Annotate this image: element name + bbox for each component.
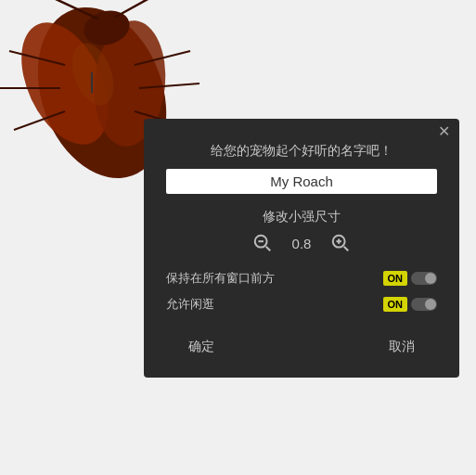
size-control: 0.8 xyxy=(166,233,437,253)
allow-wander-toggle[interactable]: ON xyxy=(383,297,438,312)
svg-line-15 xyxy=(266,247,271,251)
allow-wander-state: ON xyxy=(383,297,408,312)
dialog-footer: 确定 取消 xyxy=(144,322,459,359)
settings-dialog: ✕ 给您的宠物起个好听的名字吧！ 修改小强尺寸 0.8 xyxy=(144,119,459,378)
dialog-body: 给您的宠物起个好听的名字吧！ 修改小强尺寸 0.8 xyxy=(144,143,459,313)
always-on-top-track xyxy=(411,272,437,285)
name-input[interactable] xyxy=(166,169,437,194)
cancel-button[interactable]: 取消 xyxy=(381,335,422,359)
confirm-button[interactable]: 确定 xyxy=(181,335,222,359)
always-on-top-toggle[interactable]: ON xyxy=(383,271,438,286)
size-value: 0.8 xyxy=(288,236,315,251)
dialog-titlebar: ✕ xyxy=(144,119,459,143)
always-on-top-state: ON xyxy=(383,271,408,286)
always-on-top-thumb xyxy=(425,273,436,284)
always-on-top-label: 保持在所有窗口前方 xyxy=(166,270,275,287)
prompt-text: 给您的宠物起个好听的名字吧！ xyxy=(166,143,437,160)
always-on-top-row: 保持在所有窗口前方 ON xyxy=(166,270,437,287)
svg-line-5 xyxy=(116,0,176,17)
allow-wander-thumb xyxy=(425,299,436,310)
cursor xyxy=(91,72,93,93)
svg-line-19 xyxy=(344,247,349,251)
zoom-out-button[interactable] xyxy=(252,233,273,253)
zoom-in-button[interactable] xyxy=(330,233,351,253)
allow-wander-label: 允许闲逛 xyxy=(166,296,214,313)
size-label: 修改小强尺寸 xyxy=(166,209,437,225)
close-button[interactable]: ✕ xyxy=(436,124,452,139)
allow-wander-row: 允许闲逛 ON xyxy=(166,296,437,313)
allow-wander-track xyxy=(411,298,437,311)
